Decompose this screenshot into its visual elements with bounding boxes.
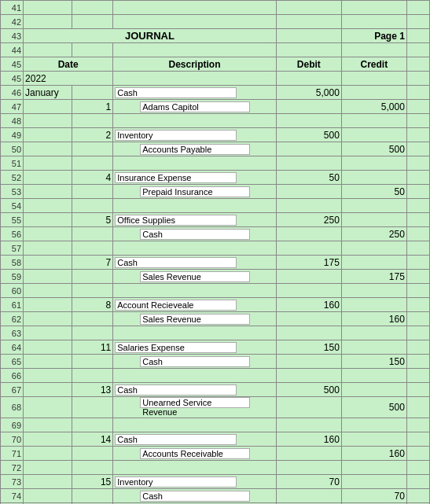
entry-row-48: 48 xyxy=(1,114,430,128)
entry-row-62: 62 Sales Revenue 160 xyxy=(1,312,430,326)
entry-row-60: 60 xyxy=(1,284,430,298)
desc-input-office-supplies[interactable]: Office Supplies xyxy=(115,215,237,226)
credit-175: 175 xyxy=(341,270,406,284)
desc-input-salaries[interactable]: Salaries Expense xyxy=(115,342,237,353)
desc-input-cash-2[interactable]: Cash xyxy=(115,257,237,268)
desc-input-ap-1[interactable]: Accounts Payable xyxy=(140,144,250,155)
credit-70: 70 xyxy=(341,489,406,503)
table-row: 41 xyxy=(1,1,430,15)
entry-row-47: 47 1 Adams Capitol 5,000 xyxy=(1,100,430,114)
entry-row-70: 70 14 Cash 160 xyxy=(1,432,430,447)
page-label: Page 1 xyxy=(341,29,406,43)
debit-160-2: 160 xyxy=(276,432,341,447)
spreadsheet: 41 42 43 JOURNAL Page 1 44 xyxy=(0,0,430,504)
desc-unearned: Unearned Service Revenue xyxy=(113,397,277,418)
desc-cash-credit-1: Cash xyxy=(113,227,277,241)
entry-row-69: 69 xyxy=(1,418,430,432)
entry-row-51: 51 xyxy=(1,156,430,171)
entry-row-55: 55 5 Office Supplies 250 xyxy=(1,213,430,227)
desc-input-cash-1[interactable]: Cash xyxy=(115,87,237,98)
description-header: Description xyxy=(113,57,277,72)
desc-adams: Adams Capitol xyxy=(113,100,277,114)
entry-row-52: 52 4 Insurance Expense 50 xyxy=(1,171,430,185)
header-row: 43 JOURNAL Page 1 xyxy=(1,29,430,43)
credit-500-1: 500 xyxy=(341,142,406,156)
entry-row-74: 74 Cash 70 xyxy=(1,489,430,503)
entry-row-71: 71 Accounts Receivable 160 xyxy=(1,447,430,461)
desc-ar: Account Recieveale xyxy=(113,298,277,312)
desc-input-adams[interactable]: Adams Capitol xyxy=(140,101,250,112)
credit-500-2: 500 xyxy=(341,397,406,418)
table-row: 44 xyxy=(1,43,430,57)
day-7: 7 xyxy=(72,256,113,270)
desc-insurance: Insurance Expense xyxy=(113,171,277,185)
desc-sales-rev-1: Sales Revenue xyxy=(113,270,277,284)
entry-row-59: 59 Sales Revenue 175 xyxy=(1,270,430,284)
desc-input-inventory-1[interactable]: Inventory xyxy=(115,130,237,141)
entry-row-49: 49 2 Inventory 500 xyxy=(1,128,430,142)
desc-office-supplies: Office Supplies xyxy=(113,213,277,227)
entry-row-73: 73 15 Inventory 70 xyxy=(1,475,430,489)
desc-cash-1: Cash xyxy=(113,86,277,100)
entry-row-65: 65 Cash 150 xyxy=(1,355,430,369)
entry-row-50: 50 Accounts Payable 500 xyxy=(1,142,430,156)
desc-inventory-2: Inventory xyxy=(113,475,277,489)
desc-input-unearned[interactable]: Unearned Service Revenue xyxy=(140,397,250,408)
debit-150: 150 xyxy=(276,340,341,355)
desc-sales-rev-2: Sales Revenue xyxy=(113,312,277,326)
day-13: 13 xyxy=(72,383,113,397)
entry-row-54: 54 xyxy=(1,199,430,213)
debit-70: 70 xyxy=(276,475,341,489)
credit-header: Credit xyxy=(341,57,406,72)
entry-row-61: 61 8 Account Recieveale 160 xyxy=(1,298,430,312)
debit-160-1: 160 xyxy=(276,298,341,312)
desc-cash-2: Cash xyxy=(113,256,277,270)
desc-input-sales-rev-1[interactable]: Sales Revenue xyxy=(140,271,250,282)
day-2: 2 xyxy=(72,128,113,142)
desc-input-ar-credit[interactable]: Accounts Receivable xyxy=(140,448,250,459)
credit-160-2: 160 xyxy=(341,447,406,461)
desc-input-cash-3[interactable]: Cash xyxy=(115,384,237,395)
desc-input-cash-credit-1[interactable]: Cash xyxy=(140,229,250,240)
day-11: 11 xyxy=(72,340,113,355)
desc-input-insurance[interactable]: Insurance Expense xyxy=(115,172,237,183)
month-label: January xyxy=(24,86,72,100)
credit-50-1: 50 xyxy=(341,185,406,199)
debit-500-2: 500 xyxy=(276,383,341,397)
journal-title: JOURNAL xyxy=(24,29,277,43)
entry-row-63: 63 xyxy=(1,326,430,340)
desc-input-ar[interactable]: Account Recieveale xyxy=(115,300,237,311)
desc-ar-credit: Accounts Receivable xyxy=(113,447,277,461)
debit-header: Debit xyxy=(276,57,341,72)
day-5: 5 xyxy=(72,213,113,227)
entry-row-57: 57 xyxy=(1,241,430,256)
desc-input-inventory-2[interactable]: Inventory xyxy=(115,476,237,487)
entry-row-68: 68 Unearned Service Revenue 500 xyxy=(1,397,430,418)
day-8: 8 xyxy=(72,298,113,312)
desc-input-prepaid[interactable]: Prepaid Insurance xyxy=(140,186,250,197)
desc-salaries: Salaries Expense xyxy=(113,340,277,355)
entry-row-58: 58 7 Cash 175 xyxy=(1,256,430,270)
entry-row-67: 67 13 Cash 500 xyxy=(1,383,430,397)
credit-150: 150 xyxy=(341,355,406,369)
desc-cash-3: Cash xyxy=(113,383,277,397)
debit-250: 250 xyxy=(276,213,341,227)
desc-input-cash-4[interactable]: Cash xyxy=(115,434,237,445)
debit-175: 175 xyxy=(276,256,341,270)
desc-input-sales-rev-2[interactable]: Sales Revenue xyxy=(140,314,250,325)
entry-row-72: 72 xyxy=(1,461,430,475)
credit-5000: 5,000 xyxy=(341,100,406,114)
desc-prepaid: Prepaid Insurance xyxy=(113,185,277,199)
day-15: 15 xyxy=(72,475,113,489)
debit-50-1: 50 xyxy=(276,171,341,185)
entry-row-56: 56 Cash 250 xyxy=(1,227,430,241)
debit-5000: 5,000 xyxy=(276,86,341,100)
table-row: 42 xyxy=(1,15,430,29)
entry-row-66: 66 xyxy=(1,369,430,383)
desc-input-cash-credit-3[interactable]: Cash xyxy=(140,491,250,502)
debit-500-1: 500 xyxy=(276,128,341,142)
desc-input-cash-credit-2[interactable]: Cash xyxy=(140,356,250,367)
desc-inventory-1: Inventory xyxy=(113,128,277,142)
day-4: 4 xyxy=(72,171,113,185)
desc-ap-1: Accounts Payable xyxy=(113,142,277,156)
